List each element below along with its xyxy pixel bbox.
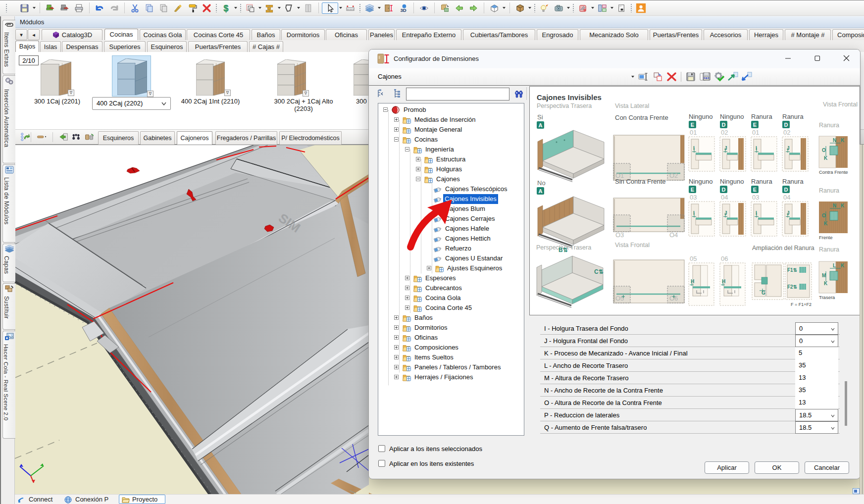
svg-text:O5: O5 — [615, 295, 624, 302]
svg-text:Ranura: Ranura — [819, 246, 839, 253]
svg-text:04: 04 — [783, 194, 790, 201]
svg-text:$: $ — [224, 3, 229, 13]
svg-text:N: N — [833, 203, 836, 208]
svg-text:Ranura: Ranura — [782, 113, 804, 120]
svg-text:F2⇅: F2⇅ — [787, 284, 797, 290]
svg-text:Vista Lateral: Vista Lateral — [615, 102, 649, 109]
svg-text:02: 02 — [783, 129, 790, 136]
svg-text:Vista Frontal: Vista Frontal — [823, 101, 858, 108]
svg-text:K: K — [824, 281, 828, 286]
svg-text:O4: O4 — [669, 231, 678, 239]
svg-text:3D: 3D — [400, 7, 406, 13]
svg-text:J: J — [724, 210, 727, 216]
svg-text:Ninguno: Ninguno — [720, 178, 744, 185]
svg-text:01: 01 — [752, 129, 759, 136]
svg-text:05: 05 — [690, 255, 697, 262]
svg-text:D: D — [722, 187, 726, 193]
svg-text:No: No — [537, 179, 546, 187]
svg-text:D: D — [784, 122, 788, 128]
svg-text:04: 04 — [721, 194, 728, 201]
svg-text:<a>: <a> — [704, 76, 709, 80]
svg-text:B⇅: B⇅ — [559, 247, 568, 253]
svg-text:O3: O3 — [615, 231, 624, 239]
svg-text:Ranura: Ranura — [819, 187, 839, 194]
svg-text:F1⇅: F1⇅ — [787, 267, 797, 273]
svg-text:Ranura: Ranura — [819, 122, 839, 129]
svg-text:A: A — [539, 122, 543, 128]
svg-text:K: K — [841, 263, 845, 268]
svg-text:L: L — [833, 263, 836, 268]
svg-text:G: G — [762, 290, 765, 296]
svg-text:M: M — [822, 273, 826, 278]
svg-text:H: H — [722, 279, 725, 284]
svg-text:K: K — [841, 203, 845, 208]
svg-text:F = F1+F2: F = F1+F2 — [791, 302, 812, 307]
svg-text:D: D — [784, 187, 788, 193]
svg-text:Frente: Frente — [819, 235, 832, 240]
svg-text:03: 03 — [690, 194, 697, 201]
svg-text:Perspectiva Trasera: Perspectiva Trasera — [537, 102, 592, 109]
svg-text:J: J — [787, 146, 790, 151]
svg-text:E: E — [691, 122, 694, 128]
svg-text:Ninguno: Ninguno — [720, 113, 744, 120]
svg-text:J: J — [724, 146, 727, 151]
svg-text:06: 06 — [721, 255, 728, 262]
svg-text:E: E — [753, 187, 757, 193]
svg-text:O2: O2 — [669, 172, 678, 179]
svg-text:Ninguno: Ninguno — [689, 113, 712, 120]
svg-text:D: D — [722, 122, 726, 128]
svg-text:K: K — [824, 155, 828, 161]
svg-text:Con Contra Frente: Con Contra Frente — [615, 114, 668, 121]
svg-text:Ranura: Ranura — [782, 178, 804, 185]
svg-text:Trasera: Trasera — [819, 295, 835, 300]
svg-text:Sin Contra Frente: Sin Contra Frente — [615, 178, 666, 185]
svg-text:A: A — [539, 188, 543, 194]
svg-text:O: O — [822, 148, 826, 153]
svg-text:H: H — [691, 279, 694, 284]
svg-text:02: 02 — [721, 129, 728, 136]
svg-text:Ampliación del Ranura: Ampliación del Ranura — [752, 245, 814, 252]
svg-text:Ranura: Ranura — [751, 178, 772, 185]
svg-text:N: N — [833, 138, 836, 143]
svg-text:Vista Frontal: Vista Frontal — [615, 242, 650, 249]
svg-text:O: O — [822, 213, 826, 218]
svg-text:K: K — [824, 221, 828, 226]
svg-text:01: 01 — [690, 129, 697, 136]
svg-text:Cajones Invisibles: Cajones Invisibles — [537, 93, 602, 101]
svg-text:Ranura: Ranura — [751, 113, 772, 120]
svg-text:Si: Si — [537, 113, 543, 121]
svg-text:Contra Frente: Contra Frente — [819, 169, 848, 175]
svg-text:C⇅: C⇅ — [594, 268, 604, 275]
svg-text:Ninguno: Ninguno — [689, 178, 712, 185]
svg-text:E: E — [753, 122, 757, 128]
svg-text:K: K — [841, 138, 845, 143]
svg-text:J: J — [787, 210, 790, 216]
svg-text:E: E — [691, 187, 694, 193]
svg-text:03: 03 — [752, 194, 759, 201]
